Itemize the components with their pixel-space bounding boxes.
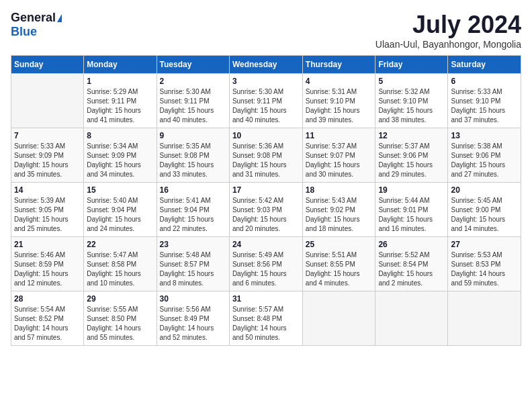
logo-triangle-icon — [57, 14, 62, 22]
week-row-3: 14Sunrise: 5:39 AM Sunset: 9:05 PM Dayli… — [11, 183, 521, 237]
day-info: Sunrise: 5:31 AM Sunset: 9:10 PM Dayligh… — [306, 87, 373, 125]
calendar-table: SundayMondayTuesdayWednesdayThursdayFrid… — [11, 55, 521, 346]
day-number: 10 — [232, 131, 300, 140]
day-number: 24 — [232, 240, 300, 249]
day-info: Sunrise: 5:57 AM Sunset: 8:48 PM Dayligh… — [232, 305, 300, 342]
day-info: Sunrise: 5:30 AM Sunset: 9:11 PM Dayligh… — [232, 87, 300, 125]
day-number: 7 — [14, 131, 81, 140]
header-row: SundayMondayTuesdayWednesdayThursdayFrid… — [11, 56, 521, 74]
header-day-saturday: Saturday — [448, 56, 521, 74]
calendar-header: SundayMondayTuesdayWednesdayThursdayFrid… — [11, 56, 521, 74]
day-number: 21 — [14, 240, 81, 249]
day-number: 12 — [378, 131, 445, 140]
day-number: 13 — [451, 131, 518, 140]
calendar-cell: 14Sunrise: 5:39 AM Sunset: 9:05 PM Dayli… — [11, 183, 84, 237]
day-info: Sunrise: 5:30 AM Sunset: 9:11 PM Dayligh… — [160, 87, 226, 125]
day-number: 15 — [87, 185, 153, 195]
day-number: 14 — [14, 185, 81, 195]
logo-blue-text: Blue — [11, 25, 37, 39]
calendar-cell: 27Sunrise: 5:53 AM Sunset: 8:53 PM Dayli… — [448, 237, 521, 291]
day-number: 16 — [160, 185, 226, 195]
day-number: 3 — [232, 77, 300, 86]
calendar-cell: 5Sunrise: 5:32 AM Sunset: 9:10 PM Daylig… — [375, 74, 448, 128]
calendar-body: 1Sunrise: 5:29 AM Sunset: 9:11 PM Daylig… — [11, 74, 521, 346]
day-number: 20 — [451, 185, 518, 195]
day-info: Sunrise: 5:34 AM Sunset: 9:09 PM Dayligh… — [87, 142, 153, 179]
day-info: Sunrise: 5:43 AM Sunset: 9:02 PM Dayligh… — [306, 196, 373, 234]
calendar-cell: 3Sunrise: 5:30 AM Sunset: 9:11 PM Daylig… — [229, 74, 302, 128]
day-number: 22 — [87, 240, 153, 249]
day-info: Sunrise: 5:37 AM Sunset: 9:07 PM Dayligh… — [306, 142, 373, 179]
header-day-thursday: Thursday — [302, 56, 375, 74]
day-number: 6 — [451, 77, 518, 86]
calendar-cell: 26Sunrise: 5:52 AM Sunset: 8:54 PM Dayli… — [375, 237, 448, 291]
calendar-cell: 16Sunrise: 5:41 AM Sunset: 9:04 PM Dayli… — [157, 183, 229, 237]
calendar-cell — [375, 291, 448, 346]
calendar-cell: 25Sunrise: 5:51 AM Sunset: 8:55 PM Dayli… — [302, 237, 375, 291]
day-number: 25 — [306, 240, 373, 249]
calendar-cell: 15Sunrise: 5:40 AM Sunset: 9:04 PM Dayli… — [84, 183, 157, 237]
header-day-friday: Friday — [375, 56, 448, 74]
day-info: Sunrise: 5:36 AM Sunset: 9:08 PM Dayligh… — [232, 142, 300, 179]
day-number: 29 — [87, 294, 153, 304]
day-number: 5 — [378, 77, 445, 86]
header-day-tuesday: Tuesday — [157, 56, 229, 74]
day-info: Sunrise: 5:52 AM Sunset: 8:54 PM Dayligh… — [378, 250, 445, 288]
week-row-4: 21Sunrise: 5:46 AM Sunset: 8:59 PM Dayli… — [11, 237, 521, 291]
header-day-monday: Monday — [84, 56, 157, 74]
calendar-cell: 24Sunrise: 5:49 AM Sunset: 8:56 PM Dayli… — [229, 237, 302, 291]
calendar-cell: 7Sunrise: 5:33 AM Sunset: 9:09 PM Daylig… — [11, 128, 84, 183]
day-info: Sunrise: 5:49 AM Sunset: 8:56 PM Dayligh… — [232, 250, 300, 288]
calendar-cell: 29Sunrise: 5:55 AM Sunset: 8:50 PM Dayli… — [84, 291, 157, 346]
day-info: Sunrise: 5:51 AM Sunset: 8:55 PM Dayligh… — [306, 250, 373, 288]
day-info: Sunrise: 5:35 AM Sunset: 9:08 PM Dayligh… — [160, 142, 226, 179]
day-info: Sunrise: 5:42 AM Sunset: 9:03 PM Dayligh… — [232, 196, 300, 234]
day-number: 2 — [160, 77, 226, 86]
calendar-cell: 22Sunrise: 5:47 AM Sunset: 8:58 PM Dayli… — [84, 237, 157, 291]
calendar-cell: 21Sunrise: 5:46 AM Sunset: 8:59 PM Dayli… — [11, 237, 84, 291]
calendar-cell: 31Sunrise: 5:57 AM Sunset: 8:48 PM Dayli… — [229, 291, 302, 346]
day-number: 11 — [306, 131, 373, 140]
calendar-cell: 12Sunrise: 5:37 AM Sunset: 9:06 PM Dayli… — [375, 128, 448, 183]
location-subtitle: Ulaan-Uul, Bayanhongor, Mongolia — [375, 39, 521, 50]
calendar-cell: 19Sunrise: 5:44 AM Sunset: 9:01 PM Dayli… — [375, 183, 448, 237]
day-info: Sunrise: 5:54 AM Sunset: 8:52 PM Dayligh… — [14, 305, 81, 342]
calendar-cell — [448, 291, 521, 346]
header-day-sunday: Sunday — [11, 56, 84, 74]
calendar-cell: 2Sunrise: 5:30 AM Sunset: 9:11 PM Daylig… — [157, 74, 229, 128]
day-number: 8 — [87, 131, 153, 140]
day-info: Sunrise: 5:46 AM Sunset: 8:59 PM Dayligh… — [14, 250, 81, 288]
page-header: General Blue July 2024 Ulaan-Uul, Bayanh… — [11, 11, 521, 50]
calendar-cell: 20Sunrise: 5:45 AM Sunset: 9:00 PM Dayli… — [448, 183, 521, 237]
day-number: 4 — [306, 77, 373, 86]
day-number: 30 — [160, 294, 226, 304]
logo-general-text: General — [11, 11, 56, 25]
calendar-cell: 4Sunrise: 5:31 AM Sunset: 9:10 PM Daylig… — [302, 74, 375, 128]
calendar-cell: 18Sunrise: 5:43 AM Sunset: 9:02 PM Dayli… — [302, 183, 375, 237]
day-number: 1 — [87, 77, 153, 86]
calendar-cell — [11, 74, 84, 128]
day-number: 26 — [378, 240, 445, 249]
calendar-cell: 6Sunrise: 5:33 AM Sunset: 9:10 PM Daylig… — [448, 74, 521, 128]
calendar-cell: 13Sunrise: 5:38 AM Sunset: 9:06 PM Dayli… — [448, 128, 521, 183]
day-info: Sunrise: 5:45 AM Sunset: 9:00 PM Dayligh… — [451, 196, 518, 234]
day-info: Sunrise: 5:55 AM Sunset: 8:50 PM Dayligh… — [87, 305, 153, 342]
day-info: Sunrise: 5:29 AM Sunset: 9:11 PM Dayligh… — [87, 87, 153, 125]
calendar-cell — [302, 291, 375, 346]
day-number: 19 — [378, 185, 445, 195]
calendar-cell: 17Sunrise: 5:42 AM Sunset: 9:03 PM Dayli… — [229, 183, 302, 237]
day-number: 27 — [451, 240, 518, 249]
day-info: Sunrise: 5:39 AM Sunset: 9:05 PM Dayligh… — [14, 196, 81, 234]
calendar-cell: 28Sunrise: 5:54 AM Sunset: 8:52 PM Dayli… — [11, 291, 84, 346]
day-info: Sunrise: 5:44 AM Sunset: 9:01 PM Dayligh… — [378, 196, 445, 234]
day-info: Sunrise: 5:32 AM Sunset: 9:10 PM Dayligh… — [378, 87, 445, 125]
day-number: 18 — [306, 185, 373, 195]
title-area: July 2024 Ulaan-Uul, Bayanhongor, Mongol… — [375, 11, 521, 50]
calendar-cell: 11Sunrise: 5:37 AM Sunset: 9:07 PM Dayli… — [302, 128, 375, 183]
day-info: Sunrise: 5:47 AM Sunset: 8:58 PM Dayligh… — [87, 250, 153, 288]
day-info: Sunrise: 5:40 AM Sunset: 9:04 PM Dayligh… — [87, 196, 153, 234]
day-info: Sunrise: 5:33 AM Sunset: 9:09 PM Dayligh… — [14, 142, 81, 179]
day-number: 17 — [232, 185, 300, 195]
day-number: 31 — [232, 294, 300, 304]
month-title: July 2024 — [375, 11, 521, 39]
